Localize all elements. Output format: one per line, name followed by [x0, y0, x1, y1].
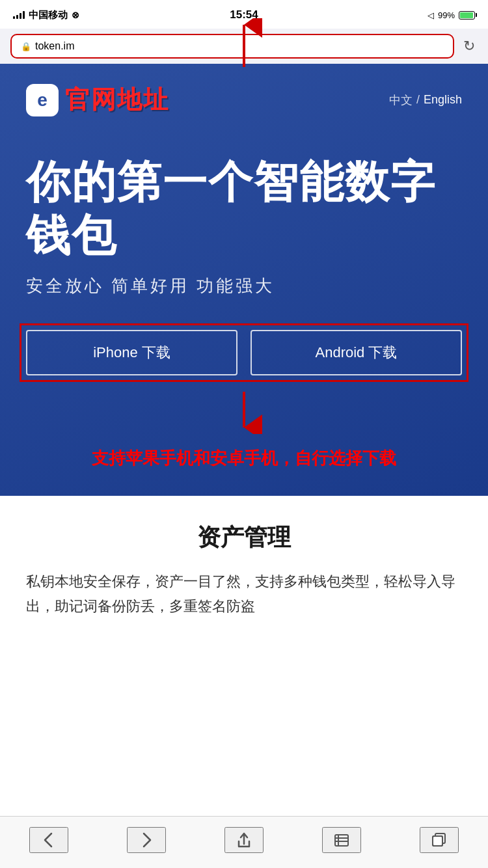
hero-title: 你的第一个智能数字钱包	[26, 156, 462, 262]
carrier-name: 中国移动	[29, 9, 68, 21]
status-left: 中国移动 ⊗	[13, 9, 79, 21]
main-content: e 官网地址 中文 / English 你的第一个智能数字钱包 安全放心 简单好…	[0, 64, 488, 496]
url-bar[interactable]: 🔒 token.im	[10, 34, 454, 59]
bottom-spacer	[0, 638, 488, 690]
logo-icon: e	[26, 84, 59, 116]
site-name: 官网地址	[65, 83, 169, 116]
bookmarks-icon	[332, 831, 351, 849]
signal-bars	[13, 11, 25, 19]
asset-section-title: 资产管理	[26, 522, 462, 554]
location-icon: ◁	[427, 10, 434, 20]
svg-rect-5	[335, 835, 348, 846]
signal-bar-3	[20, 13, 21, 19]
signal-bar-4	[23, 11, 25, 19]
battery-icon	[459, 11, 475, 20]
wifi-icon: ⊗	[72, 10, 79, 20]
signal-bar-2	[16, 15, 18, 19]
battery-percent: 99%	[438, 10, 455, 20]
lang-switcher[interactable]: 中文 / English	[389, 92, 462, 108]
annotation-text: 支持苹果手机和安卓手机，自行选择下载	[26, 447, 462, 470]
battery-fill	[460, 12, 473, 18]
tabs-button[interactable]	[420, 827, 459, 853]
status-right: ◁ 99%	[427, 10, 475, 20]
share-button[interactable]	[224, 827, 264, 853]
forward-icon	[137, 831, 156, 849]
download-arrow-annotation	[179, 388, 309, 434]
signal-bar-1	[13, 16, 15, 19]
download-buttons: iPhone 下载 Android 下载	[26, 330, 462, 375]
clock: 15:54	[230, 8, 258, 21]
lang-english[interactable]: English	[424, 93, 462, 107]
lang-divider: /	[416, 93, 420, 107]
status-bar: 中国移动 ⊗ 15:54 ◁ 99%	[0, 0, 488, 29]
tabs-icon	[430, 831, 448, 849]
logo-area: e 官网地址	[26, 83, 169, 116]
share-icon	[235, 831, 253, 849]
forward-button[interactable]	[127, 827, 166, 853]
download-section: iPhone 下载 Android 下载	[26, 330, 462, 375]
bookmarks-button[interactable]	[322, 827, 361, 853]
hero-subtitle: 安全放心 简单好用 功能强大	[26, 275, 462, 297]
back-button[interactable]	[29, 827, 68, 853]
browser-bar: 🔒 token.im ↻	[0, 29, 488, 64]
refresh-button[interactable]: ↻	[461, 35, 478, 57]
lock-icon: 🔒	[21, 42, 31, 51]
asset-section-body: 私钥本地安全保存，资产一目了然，支持多种钱包类型，轻松导入导出，助记词备份防丢，…	[26, 569, 462, 618]
android-download-button[interactable]: Android 下载	[251, 330, 462, 375]
asset-section: 资产管理 私钥本地安全保存，资产一目了然，支持多种钱包类型，轻松导入导出，助记词…	[0, 496, 488, 638]
url-text: token.im	[35, 40, 74, 52]
header: e 官网地址 中文 / English	[26, 83, 462, 116]
bottom-nav	[0, 816, 488, 868]
iphone-download-button[interactable]: iPhone 下载	[26, 330, 237, 375]
svg-rect-10	[433, 836, 442, 846]
lang-chinese[interactable]: 中文	[389, 92, 413, 108]
back-icon	[40, 831, 58, 849]
battery-indicator	[459, 11, 475, 20]
